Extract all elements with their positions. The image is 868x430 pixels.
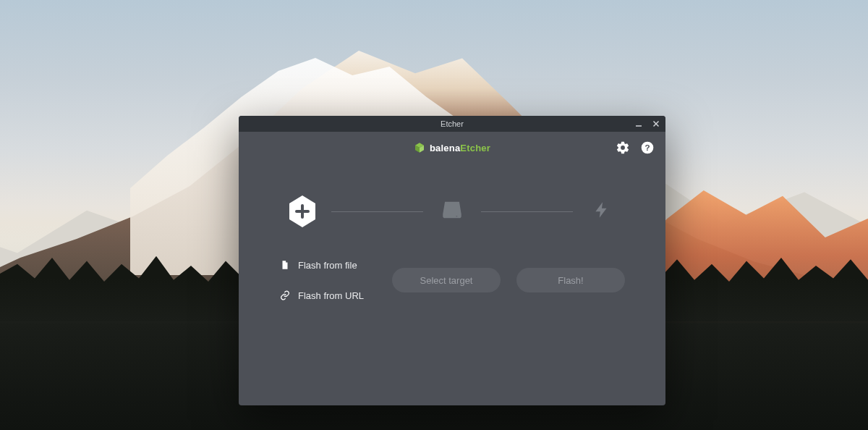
- question-icon: ?: [640, 140, 655, 155]
- connector-1: [331, 211, 423, 212]
- select-target-label: Select target: [420, 275, 473, 286]
- settings-button[interactable]: [615, 140, 631, 156]
- select-target-button[interactable]: Select target: [392, 268, 501, 292]
- brand-bar: balenaEtcher ?: [239, 132, 665, 164]
- brand-text-1: balena: [430, 143, 460, 153]
- flash-label: Flash!: [558, 275, 583, 286]
- window-controls: [634, 116, 661, 132]
- flash-from-url-label: Flash from URL: [298, 290, 364, 301]
- cube-icon: [414, 142, 425, 153]
- minimize-button[interactable]: [634, 119, 644, 129]
- etcher-window: Etcher balenaEtcher: [239, 116, 665, 405]
- actions-row: Flash from file Flash from URL Select ta…: [279, 256, 625, 304]
- header-right-icons: ?: [615, 132, 655, 164]
- gear-icon: [616, 140, 630, 155]
- flash-from-url-button[interactable]: Flash from URL: [279, 287, 379, 304]
- pill-buttons: Select target Flash!: [392, 268, 625, 292]
- link-icon: [279, 290, 291, 301]
- step-source: [284, 193, 321, 230]
- brand-text-2: Etcher: [460, 143, 490, 153]
- close-button[interactable]: [651, 119, 661, 129]
- window-title: Etcher: [441, 119, 464, 128]
- svg-text:?: ?: [644, 143, 650, 152]
- drive-icon: [440, 198, 464, 225]
- step-indicator: [279, 193, 625, 230]
- minimize-icon: [635, 120, 642, 127]
- source-options: Flash from file Flash from URL: [279, 256, 379, 304]
- brand-logo: balenaEtcher: [414, 142, 490, 153]
- flash-from-file-label: Flash from file: [298, 260, 357, 271]
- flash-from-file-button[interactable]: Flash from file: [279, 256, 379, 274]
- desktop-background: Etcher balenaEtcher: [0, 0, 868, 430]
- connector-2: [481, 211, 573, 212]
- help-button[interactable]: ?: [639, 140, 655, 156]
- flash-button[interactable]: Flash!: [516, 268, 625, 292]
- step-target: [433, 193, 471, 230]
- main-content: Flash from file Flash from URL Select ta…: [239, 164, 665, 405]
- window-titlebar: Etcher: [239, 116, 665, 132]
- bolt-icon: [592, 197, 611, 226]
- step-flash: [583, 193, 621, 230]
- file-icon: [279, 259, 291, 271]
- close-icon: [652, 120, 660, 127]
- plus-hex-icon: [288, 195, 317, 228]
